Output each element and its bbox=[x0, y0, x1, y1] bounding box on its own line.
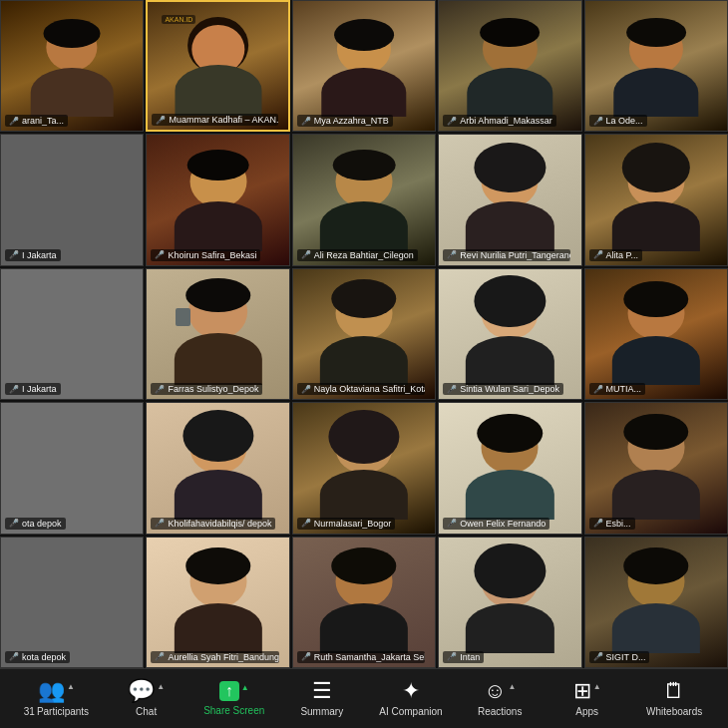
chat-icon: 💬 bbox=[128, 680, 155, 702]
summary-label: Summary bbox=[300, 706, 343, 717]
share-screen-icon: ↑ bbox=[219, 681, 239, 701]
share-screen-label: Share Screen bbox=[203, 705, 264, 716]
ai-companion-icon: ✦ bbox=[402, 680, 420, 702]
toolbar: 👥 ▲ 31 Participants 💬 ▲ Chat ↑ ▲ Share S… bbox=[0, 668, 728, 728]
video-cell[interactable]: 🎤Ruth Samantha_Jakarta Selatan bbox=[292, 537, 436, 668]
reactions-icon: ☺ bbox=[484, 680, 506, 702]
video-cell[interactable]: 🎤ota depok bbox=[0, 402, 144, 534]
apps-icon: ⊞ bbox=[573, 680, 591, 702]
video-cell[interactable]: 🎤Farras Sulistyo_Depok bbox=[146, 268, 289, 400]
video-cell[interactable]: 🎤Esbi... bbox=[584, 402, 728, 534]
participant-count: 31 bbox=[24, 706, 35, 717]
video-cell[interactable]: 🎤Intan bbox=[438, 537, 581, 668]
video-cell[interactable]: 🎤Khoirun Safira_Bekasi bbox=[146, 134, 289, 265]
whiteboards-label: Whiteboards bbox=[646, 706, 702, 717]
apps-chevron: ▲ bbox=[593, 682, 601, 691]
whiteboards-button[interactable]: 🗒 Whiteboards bbox=[644, 680, 704, 717]
reactions-button[interactable]: ☺ ▲ Reactions bbox=[470, 680, 530, 717]
video-cell[interactable]: 🎤Aurellia Syah Fitri_Bandung bbox=[146, 537, 289, 668]
video-grid: 🎤arani_Ta... AKAN.ID 🎤Muammar Kadhafi – … bbox=[0, 0, 728, 668]
chat-chevron: ▲ bbox=[157, 682, 165, 691]
video-cell[interactable]: 🎤La Ode... bbox=[584, 0, 728, 132]
video-cell[interactable]: 🎤Revi Nurilia Putri_Tangerang S... bbox=[438, 134, 581, 265]
reactions-label: Reactions bbox=[478, 706, 522, 717]
participants-label: Participants bbox=[37, 706, 89, 717]
ai-companion-button[interactable]: ✦ AI Companion bbox=[379, 680, 442, 717]
whiteboards-icon: 🗒 bbox=[663, 680, 685, 702]
video-cell[interactable]: 🎤Alita P... bbox=[584, 134, 728, 265]
video-cell[interactable]: 🎤Ali Reza Bahtiar_Cilegon bbox=[292, 134, 436, 265]
participants-button[interactable]: 👥 ▲ 31 Participants bbox=[24, 680, 89, 717]
video-cell[interactable]: 🎤I Jakarta bbox=[0, 268, 144, 400]
video-cell[interactable]: 🎤Nayla Oktaviana Safitri_Kota... bbox=[292, 268, 436, 400]
summary-icon: ☰ bbox=[312, 680, 332, 702]
participants-icon: 👥 bbox=[38, 680, 65, 702]
share-screen-chevron: ▲ bbox=[241, 683, 249, 692]
video-cell[interactable]: 🎤Owen Felix Fernando bbox=[438, 402, 581, 534]
apps-button[interactable]: ⊞ ▲ Apps bbox=[557, 680, 617, 717]
video-cell[interactable]: 🎤Nurmalasari_Bogor bbox=[292, 402, 436, 534]
video-cell[interactable]: 🎤SIGIT D... bbox=[584, 537, 728, 668]
video-cell[interactable]: 🎤kota depok bbox=[0, 537, 144, 668]
video-cell-active[interactable]: AKAN.ID 🎤Muammar Kadhafi – AKAN.ID bbox=[146, 0, 289, 132]
video-cell[interactable]: 🎤Arbi Ahmadi_Makassar bbox=[438, 0, 581, 132]
video-cell[interactable]: 🎤arani_Ta... bbox=[0, 0, 144, 132]
chat-label: Chat bbox=[136, 706, 157, 717]
apps-label: Apps bbox=[575, 706, 598, 717]
video-cell[interactable]: 🎤I Jakarta bbox=[0, 134, 144, 265]
participants-chevron: ▲ bbox=[67, 682, 75, 691]
ai-companion-label: AI Companion bbox=[379, 706, 442, 717]
video-cell[interactable]: 🎤MUTIA... bbox=[584, 268, 728, 400]
video-cell[interactable]: 🎤Sintia Wulan Sari_Depok bbox=[438, 268, 581, 400]
video-cell[interactable]: 🎤Kholifahavidabilqis/ depok bbox=[146, 402, 289, 534]
share-screen-button[interactable]: ↑ ▲ Share Screen bbox=[203, 681, 264, 716]
reactions-chevron: ▲ bbox=[508, 682, 516, 691]
summary-button[interactable]: ☰ Summary bbox=[292, 680, 352, 717]
chat-button[interactable]: 💬 ▲ Chat bbox=[117, 680, 177, 717]
video-cell[interactable]: 🎤Mya Azzahra_NTB bbox=[292, 0, 436, 132]
